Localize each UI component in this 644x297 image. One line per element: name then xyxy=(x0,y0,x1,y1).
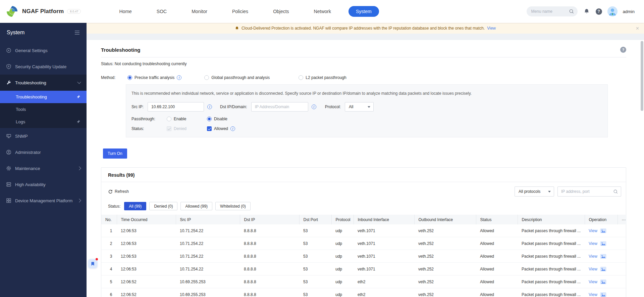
avatar[interactable] xyxy=(607,6,618,16)
nav-item[interactable]: Network xyxy=(307,6,338,17)
sidebar-item-troubleshooting[interactable]: Troubleshooting xyxy=(0,75,87,91)
sidebar-subitem-logs[interactable]: Logs xyxy=(0,116,87,128)
info-icon[interactable]: i xyxy=(230,126,235,131)
results-card: Results (99) Refresh All protocols xyxy=(101,167,626,297)
col-dst-port[interactable]: Dst Port xyxy=(299,215,331,224)
search-icon[interactable] xyxy=(613,189,618,194)
sidebar-item-snmp[interactable]: SNMP xyxy=(0,128,87,144)
username[interactable]: admin xyxy=(623,9,635,14)
sidebar-item-device-management-platform[interactable]: Device Management Platform xyxy=(0,193,87,209)
sidebar-subitem-tools[interactable]: Tools xyxy=(0,103,87,116)
protocol-select[interactable]: All xyxy=(345,102,374,112)
view-link[interactable]: View xyxy=(589,254,597,259)
results-search[interactable] xyxy=(557,186,621,197)
sidebar-item-high-availability[interactable]: High Availability xyxy=(0,176,87,193)
status-filter-button[interactable]: Denied (0) xyxy=(149,202,177,210)
col-time-occurred[interactable]: Time Occurred xyxy=(117,215,176,224)
packet-image-icon[interactable] xyxy=(600,266,606,272)
page-help-icon[interactable]: ? xyxy=(620,47,626,53)
col-inbound-interface[interactable]: Inbound Interface xyxy=(354,215,414,224)
results-search-input[interactable] xyxy=(561,189,611,194)
column-settings-icon[interactable]: ··· xyxy=(618,215,627,224)
packet-image-icon[interactable] xyxy=(600,228,606,234)
sidebar-item-maintenance[interactable]: Maintenance xyxy=(0,160,87,176)
dst-ip-input[interactable] xyxy=(251,102,308,112)
table-row[interactable]: 5 12:06:52 10.69.255.253 8.8.8.8 53 udp … xyxy=(101,275,627,288)
packet-image-icon[interactable] xyxy=(600,279,606,285)
col-no[interactable]: No. xyxy=(101,215,117,224)
col-protocol[interactable]: Protocol xyxy=(331,215,354,224)
method-option-global-passthrough[interactable]: Global passthrough and analysis xyxy=(204,75,270,80)
table-row[interactable]: 6 12:06:52 10.69.255.253 8.8.8.8 53 udp … xyxy=(101,288,627,297)
cell-src-ip: 10.69.255.253 xyxy=(176,275,240,288)
notifications-bell-icon[interactable] xyxy=(583,8,590,15)
info-icon[interactable]: i xyxy=(207,104,212,109)
table-row[interactable]: 3 12:06:53 10.71.254.22 8.8.8.8 53 udp v… xyxy=(101,250,627,263)
info-icon[interactable]: i xyxy=(177,75,181,80)
src-ip-input[interactable] xyxy=(148,102,204,112)
protocol-filter-select[interactable]: All protocols xyxy=(515,186,554,197)
view-link[interactable]: View xyxy=(589,228,597,233)
col-operation[interactable]: Operation xyxy=(585,215,618,224)
ip-protocol-row: Src IP: i Dst IP/Domain: i Protocol: All xyxy=(131,102,602,112)
status-filter-button[interactable]: Whitelisted (0) xyxy=(215,202,251,210)
vertical-scrollbar[interactable] xyxy=(641,41,643,111)
radio-checked[interactable] xyxy=(127,75,132,80)
passthrough-enable-option[interactable]: Enable xyxy=(167,117,207,121)
pin-icon[interactable] xyxy=(76,95,80,99)
view-link[interactable]: View xyxy=(589,280,597,284)
packet-image-icon[interactable] xyxy=(600,292,606,297)
col-status[interactable]: Status xyxy=(476,215,518,224)
radio-unchecked[interactable] xyxy=(299,75,303,80)
cell-status: Allowed xyxy=(476,250,518,263)
method-option-precise[interactable]: Precise traffic analysis i xyxy=(127,75,181,80)
info-icon[interactable]: i xyxy=(312,104,316,109)
col-description[interactable]: Description xyxy=(518,215,585,224)
passthrough-disable-option[interactable]: Disable xyxy=(207,117,227,121)
search-icon[interactable] xyxy=(569,9,574,14)
radio-checked[interactable] xyxy=(207,117,212,121)
nav-item[interactable]: Home xyxy=(112,6,139,17)
sidebar-subitem-troubleshooting[interactable]: Troubleshooting xyxy=(0,91,87,103)
nav-item[interactable]: Policies xyxy=(225,6,256,17)
view-link[interactable]: View xyxy=(589,267,597,271)
col-dst-ip[interactable]: Dst IP xyxy=(240,215,299,224)
banner-close-icon[interactable]: ✕ xyxy=(636,26,639,31)
table-row[interactable]: 1 12:06:53 10.71.254.22 8.8.8.8 53 udp v… xyxy=(101,224,627,237)
menu-search[interactable] xyxy=(527,6,578,16)
sidebar-item-general-settings[interactable]: General Settings xyxy=(0,42,87,58)
col-outbound-interface[interactable]: Outbound Interface xyxy=(414,215,476,224)
view-link[interactable]: View xyxy=(589,241,597,246)
cell-src-ip: 10.71.254.22 xyxy=(176,250,240,263)
nav-item[interactable]: System xyxy=(348,6,379,17)
nav-item[interactable]: SOC xyxy=(149,6,174,17)
floating-bookmark-button[interactable] xyxy=(88,259,97,268)
packet-image-icon[interactable] xyxy=(600,254,606,259)
sidebar-item-security-capability-update[interactable]: Security Capability Update xyxy=(0,58,87,75)
pin-icon[interactable] xyxy=(76,120,80,124)
col-src-ip[interactable]: Src IP xyxy=(176,215,240,224)
radio-unchecked[interactable] xyxy=(167,117,171,121)
nav-item[interactable]: Monitor xyxy=(184,6,215,17)
status-allowed-option[interactable]: Allowed i xyxy=(207,126,235,131)
sidebar-collapse-icon[interactable] xyxy=(74,30,80,35)
table-row[interactable]: 2 12:06:53 10.71.254.22 8.8.8.8 53 udp v… xyxy=(101,237,627,250)
menu-search-input[interactable] xyxy=(531,9,566,14)
cell-dst-port: 53 xyxy=(299,237,331,250)
checkbox-checked[interactable] xyxy=(207,126,212,131)
turn-on-button[interactable]: Turn On xyxy=(103,148,127,159)
table-row[interactable]: 4 12:06:53 10.71.254.22 8.8.8.8 53 udp v… xyxy=(101,263,627,275)
snmp-icon xyxy=(6,133,11,139)
packet-image-icon[interactable] xyxy=(600,241,606,246)
status-filter-button[interactable]: Allowed (99) xyxy=(180,202,212,210)
sidebar: System General Settings Security Capabil… xyxy=(0,23,87,297)
sidebar-item-administrator[interactable]: Administrator xyxy=(0,144,87,160)
view-link[interactable]: View xyxy=(589,292,597,297)
banner-view-link[interactable]: View xyxy=(487,26,496,31)
method-option-l2-passthrough[interactable]: L2 packet passthrough xyxy=(299,75,346,80)
help-icon[interactable]: ? xyxy=(596,8,602,15)
status-filter-button[interactable]: All (99) xyxy=(124,202,146,210)
nav-item[interactable]: Objects xyxy=(266,6,296,17)
radio-unchecked[interactable] xyxy=(204,75,209,80)
refresh-button[interactable]: Refresh xyxy=(108,189,129,194)
